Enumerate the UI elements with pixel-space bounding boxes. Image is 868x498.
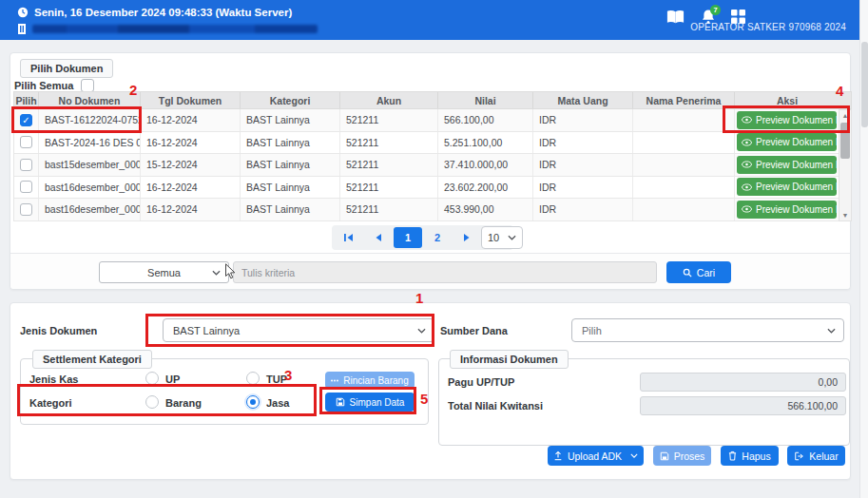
- row-checkbox[interactable]: ✓: [20, 114, 32, 126]
- hapus-button[interactable]: Hapus: [721, 446, 779, 466]
- search-icon: [683, 268, 692, 278]
- page-1-button[interactable]: 1: [394, 227, 422, 248]
- cell-nama-penerima: [633, 177, 735, 199]
- preview-dokumen-pdf-button[interactable]: Preview Dokumen PD: [737, 111, 837, 129]
- total-nilai-kwitansi-label: Total Nilai Kwitansi: [448, 400, 543, 412]
- hapus-label: Hapus: [742, 450, 770, 462]
- cell-kategori: BAST Lainnya: [241, 154, 340, 176]
- pilih-dokumen-legend: Pilih Dokumen: [20, 59, 113, 78]
- tup-radio[interactable]: [246, 372, 260, 385]
- search-criteria-input[interactable]: [233, 261, 657, 283]
- next-page-button[interactable]: [453, 227, 481, 248]
- cell-nilai: 37.410.000,00: [438, 154, 533, 176]
- cell-mata-uang: IDR: [533, 109, 633, 131]
- page-2-button[interactable]: 2: [423, 227, 452, 248]
- save-disk-icon: [660, 451, 669, 461]
- form-panel: Jenis Dokumen BAST Lainnya Sumber Dana P…: [10, 302, 851, 480]
- jasa-radio[interactable]: [246, 395, 260, 409]
- upload-adk-button[interactable]: Upload ADK: [548, 446, 644, 466]
- column-header-nama-penerima: Nama Penerima: [633, 92, 735, 108]
- cell-kategori: BAST Lainnya: [241, 132, 340, 154]
- sumber-dana-value: Pilih: [582, 325, 602, 336]
- cell-akun: 521211: [340, 199, 438, 220]
- jenis-dokumen-value: BAST Lainnya: [173, 325, 240, 336]
- pagu-up-tup-input: 0,00: [640, 373, 846, 392]
- chevron-down-icon: [827, 328, 836, 334]
- cell-no-dokumen: BAST-16122024-0752: [39, 109, 141, 131]
- up-radio[interactable]: [145, 372, 159, 385]
- cell-tgl-dokumen: 16-12-2024: [141, 109, 241, 131]
- page-scrollbar[interactable]: [859, 0, 868, 498]
- cell-no-dokumen: bast16desember_0003: [39, 177, 141, 199]
- column-header-mata-uang: Mata Uang: [533, 92, 633, 108]
- row-checkbox[interactable]: [20, 203, 32, 216]
- preview-button-label: Preview Dokumen PD: [756, 160, 837, 170]
- cell-no-dokumen: BAST-2024-16 DES 01: [39, 132, 141, 154]
- jenis-dokumen-select[interactable]: BAST Lainnya: [163, 318, 434, 342]
- cell-akun: 521211: [340, 154, 438, 176]
- simpan-data-button[interactable]: Simpan Data: [325, 393, 415, 412]
- table-row: bast15desember_0006 15-12-2024 BAST Lain…: [14, 154, 852, 177]
- preview-dokumen-pdf-button[interactable]: Preview Dokumen PD: [737, 156, 837, 174]
- cell-nilai: 23.602.200,00: [438, 177, 533, 199]
- search-strip: Semua Cari: [10, 253, 850, 289]
- rincian-barang-label: Rincian Barang: [343, 375, 408, 386]
- cell-nilai: 566.100,00: [438, 109, 533, 131]
- column-header-pilih: Pilih: [14, 92, 39, 108]
- preview-dokumen-pdf-button[interactable]: Preview Dokumen PD: [737, 178, 837, 196]
- proses-label: Proses: [674, 450, 705, 462]
- cell-nama-penerima: [633, 109, 735, 131]
- select-all-checkbox[interactable]: [81, 79, 94, 92]
- page-size-select[interactable]: 10: [481, 226, 523, 249]
- cari-button[interactable]: Cari: [666, 261, 731, 283]
- jasa-label: Jasa: [266, 397, 289, 409]
- row-checkbox[interactable]: [20, 136, 32, 148]
- pilih-dokumen-panel: Pilih Dokumen Pilih Semua Pilih No Dokum…: [10, 52, 851, 290]
- sumber-dana-select[interactable]: Pilih: [571, 318, 844, 342]
- book-icon[interactable]: [665, 10, 685, 25]
- trash-icon: [728, 450, 737, 461]
- column-header-tgl-dokumen: Tgl Dokumen: [141, 92, 241, 108]
- cell-tgl-dokumen: 16-12-2024: [141, 199, 241, 220]
- preview-dokumen-pdf-button[interactable]: Preview Dokumen PD: [737, 201, 837, 219]
- cell-no-dokumen: bast16desember_0002: [39, 199, 141, 220]
- rincian-barang-button[interactable]: Rincian Barang: [325, 372, 415, 389]
- server-time-row: Senin, 16 Desember 2024 09:48:33 (Waktu …: [17, 7, 292, 18]
- table-scrollbar[interactable]: ▲ ▼: [839, 109, 852, 221]
- preview-button-label: Preview Dokumen PD: [756, 115, 837, 125]
- building-icon: [17, 24, 27, 34]
- cell-akun: 521211: [340, 177, 438, 199]
- scroll-down-icon[interactable]: ▼: [839, 210, 851, 220]
- row-checkbox[interactable]: [20, 181, 32, 193]
- cell-akun: 521211: [340, 132, 438, 154]
- column-header-aksi: Aksi: [735, 92, 839, 108]
- cell-mata-uang: IDR: [533, 177, 633, 199]
- row-checkbox[interactable]: [20, 159, 32, 171]
- up-label: UP: [165, 374, 180, 385]
- select-all-label: Pilih Semua: [14, 80, 73, 91]
- search-filter-select[interactable]: Semua: [99, 261, 229, 283]
- total-nilai-kwitansi-input: 566.100,00: [640, 396, 846, 415]
- eye-icon: [742, 161, 752, 168]
- scrollbar-thumb[interactable]: [840, 123, 850, 159]
- table-row: bast16desember_0002 16-12-2024 BAST Lain…: [14, 199, 852, 221]
- proses-button[interactable]: Proses: [653, 446, 711, 466]
- page-scrollbar-thumb[interactable]: [861, 42, 868, 127]
- cell-nilai: 5.251.100,00: [438, 132, 533, 154]
- prev-page-button[interactable]: [364, 227, 393, 248]
- column-header-akun: Akun: [340, 92, 438, 108]
- preview-dokumen-pdf-button[interactable]: Preview Dokumen PD: [737, 133, 837, 151]
- table-row: bast16desember_0003 16-12-2024 BAST Lain…: [14, 177, 852, 200]
- cell-tgl-dokumen: 15-12-2024: [141, 154, 241, 176]
- barang-label: Barang: [165, 397, 202, 409]
- scroll-up-icon[interactable]: ▲: [839, 110, 851, 121]
- barang-radio[interactable]: [145, 395, 159, 409]
- keluar-button[interactable]: Keluar: [787, 446, 845, 466]
- top-header-bar: Senin, 16 Desember 2024 09:48:33 (Waktu …: [0, 0, 859, 40]
- first-page-button[interactable]: [335, 227, 363, 248]
- sumber-dana-label: Sumber Dana: [440, 325, 508, 336]
- cell-kategori: BAST Lainnya: [241, 177, 340, 199]
- cari-button-label: Cari: [697, 267, 715, 278]
- cell-nama-penerima: [633, 199, 735, 220]
- list-dots-icon: [331, 379, 338, 382]
